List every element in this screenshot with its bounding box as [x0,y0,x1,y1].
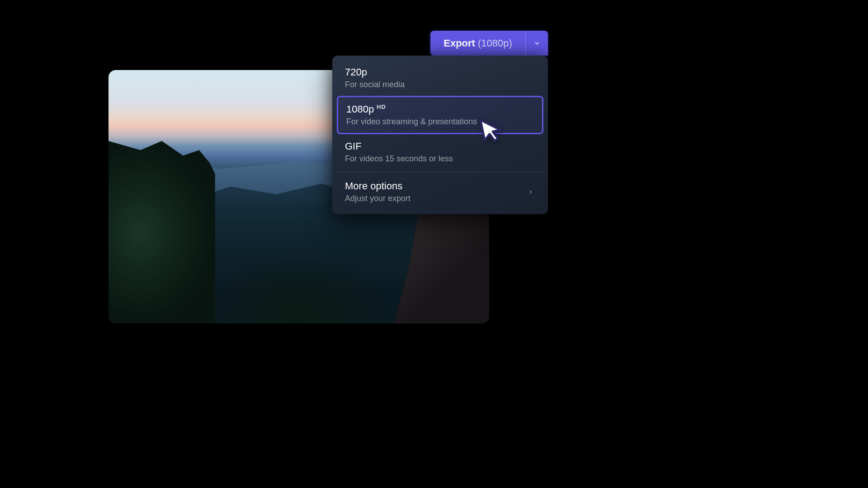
option-desc: For videos 15 seconds or less [345,154,535,164]
export-button[interactable]: Export (1080p) [430,31,525,56]
export-quality-dropdown: 720p For social media 1080p HD For video… [332,56,548,214]
option-desc: For video streaming & presentations [346,117,534,127]
option-desc: For social media [345,80,535,89]
chevron-right-icon [528,188,533,196]
more-options-item[interactable]: More options Adjust your export [337,174,543,210]
more-title: More options [345,180,402,192]
option-title: 1080p [346,103,374,115]
export-dropdown-toggle[interactable] [525,31,548,56]
hd-badge: HD [377,103,386,110]
export-resolution: (1080p) [478,38,512,49]
more-desc: Adjust your export [345,194,528,203]
export-label: Export [443,38,475,49]
dropdown-divider [337,172,543,172]
quality-option-720p[interactable]: 720p For social media [337,60,543,96]
quality-option-gif[interactable]: GIF For videos 15 seconds or less [337,134,543,170]
option-title: GIF [345,141,362,152]
quality-option-1080p[interactable]: 1080p HD For video streaming & presentat… [337,96,543,134]
chevron-down-icon [534,40,540,47]
export-button-group: Export (1080p) [430,31,548,56]
option-title: 720p [345,66,367,78]
